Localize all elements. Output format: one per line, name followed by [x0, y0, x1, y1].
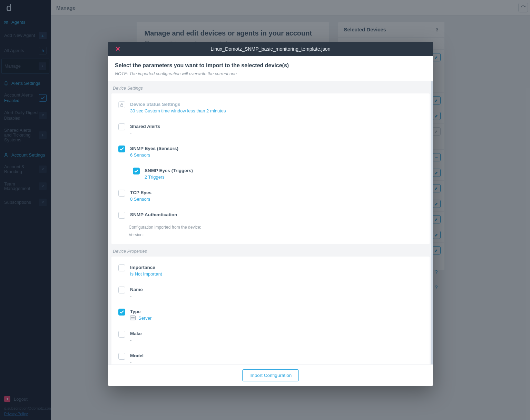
checkbox[interactable] — [118, 353, 125, 360]
modal-footer: Import Configuration — [108, 364, 433, 386]
modal-subheader: Select the parameters you want to import… — [108, 56, 433, 81]
group-device-properties: Device Properties — [111, 244, 430, 257]
checkbox[interactable] — [118, 331, 125, 338]
scrollbar[interactable] — [431, 81, 433, 364]
param-title: Name — [130, 287, 143, 292]
config-note: Configuration imported from the device: — [113, 223, 428, 231]
param-type[interactable]: Type Server — [113, 303, 428, 326]
param-title: Type — [130, 309, 141, 314]
param-tcp-eyes[interactable]: TCP Eyes 0 Sensors — [113, 184, 428, 207]
param-title: Model — [130, 353, 144, 358]
param-detail: Server — [130, 316, 151, 321]
checkbox[interactable] — [118, 190, 125, 197]
lock-icon — [118, 101, 125, 108]
param-value: - — [130, 293, 143, 299]
checkbox[interactable] — [118, 123, 125, 130]
server-icon — [130, 316, 136, 320]
param-detail: 30 sec Custom time window less than 2 mi… — [130, 108, 226, 113]
group-device-settings: Device Settings — [111, 81, 430, 93]
param-title: Shared Alerts — [130, 124, 160, 129]
param-snmp-eyes[interactable]: SNMP Eyes (Sensors) 6 Sensors — [113, 140, 428, 162]
param-detail: 6 Sensors — [130, 152, 178, 158]
param-device-status: Device Status Settings 30 sec Custom tim… — [113, 96, 428, 118]
modal-heading: Select the parameters you want to import… — [115, 62, 426, 69]
param-title: SNMP Eyes (Triggers) — [145, 168, 193, 173]
param-snmp-auth[interactable]: SNMP Authentication — [113, 207, 428, 223]
modal-note: NOTE: The imported configuration will ov… — [115, 71, 426, 76]
param-detail: Is Not Important — [130, 271, 162, 277]
svg-rect-3 — [121, 104, 123, 107]
param-name[interactable]: Name - — [113, 281, 428, 303]
param-title: TCP Eyes — [130, 190, 151, 195]
checkbox[interactable] — [118, 309, 125, 316]
import-configuration-button[interactable]: Import Configuration — [242, 369, 299, 381]
param-make[interactable]: Make - — [113, 326, 428, 348]
checkbox[interactable] — [118, 287, 125, 293]
param-importance[interactable]: Importance Is Not Important — [113, 259, 428, 281]
modal-header: ✕ Linux_Domotz_SNMP_basic_monitoring_tem… — [108, 42, 433, 56]
modal-body[interactable]: Device Settings Device Status Settings 3… — [108, 81, 433, 364]
version-note: Version: — [113, 231, 428, 242]
checkbox[interactable] — [118, 146, 125, 152]
param-shared-alerts[interactable]: Shared Alerts - — [113, 118, 428, 140]
param-title: Device Status Settings — [130, 102, 180, 107]
param-title: Make — [130, 331, 142, 336]
checkbox[interactable] — [118, 264, 125, 271]
param-title: SNMP Authentication — [130, 212, 177, 217]
param-detail: 0 Sensors — [130, 197, 151, 202]
param-snmp-triggers[interactable]: SNMP Eyes (Triggers) 2 Triggers — [113, 162, 428, 184]
param-title: SNMP Eyes (Sensors) — [130, 146, 178, 151]
checkbox[interactable] — [133, 168, 140, 174]
param-detail: 2 Triggers — [145, 174, 193, 180]
checkbox[interactable] — [118, 212, 125, 219]
modal-title: Linux_Domotz_SNMP_basic_monitoring_templ… — [210, 46, 330, 52]
import-modal: ✕ Linux_Domotz_SNMP_basic_monitoring_tem… — [108, 42, 433, 386]
param-value: - — [130, 360, 144, 364]
param-value: - — [130, 338, 142, 343]
param-value: - — [130, 130, 160, 136]
param-model[interactable]: Model - — [113, 348, 428, 364]
close-icon[interactable]: ✕ — [113, 42, 123, 56]
param-title: Importance — [130, 265, 155, 270]
